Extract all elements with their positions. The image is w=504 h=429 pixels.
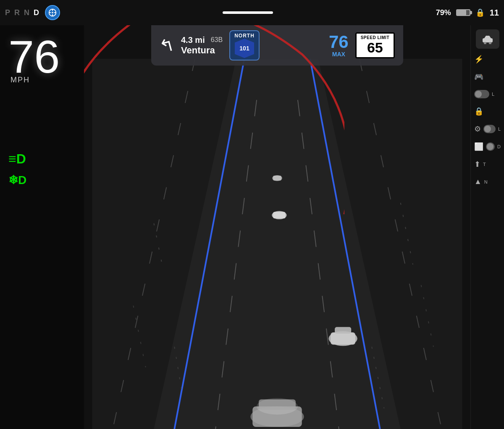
- nav-item[interactable]: ⬆ T: [471, 157, 504, 171]
- nav-info: 4.3 mi 63B Ventura: [181, 35, 223, 56]
- light-indicators: ≡D ❄D: [8, 151, 26, 187]
- speed-display: 76 MPH: [8, 34, 60, 84]
- nav-speed-display: 76 MAX: [329, 33, 349, 58]
- right-sidebar: ⚡ 🎮 L 🔒 ⚙ L ⬜ D: [470, 25, 504, 429]
- speed-limit-sign: SPEED LIMIT 65: [355, 32, 395, 58]
- road-scene: [84, 59, 470, 429]
- time-display: 11: [490, 8, 499, 18]
- headlight-indicator: ≡D: [8, 151, 26, 167]
- gear-d: D: [34, 8, 41, 17]
- toggle3-switch[interactable]: [486, 142, 495, 151]
- svg-rect-15: [273, 176, 281, 181]
- screen-icon: ⬜: [474, 142, 483, 151]
- nav-bar: ↱ 4.3 mi 63B Ventura NORTH 101 76 MAX SP…: [151, 25, 403, 66]
- main-content: 76 MPH ≡D ❄D ↱ 4.3 mi 63B Ventura NORTH …: [0, 25, 504, 429]
- lightning-item[interactable]: ⚡: [471, 52, 504, 66]
- car-view-button[interactable]: [476, 29, 499, 49]
- toggle3-label: D: [497, 144, 501, 149]
- gear-n: N: [24, 8, 31, 17]
- toggle2-knob: [484, 126, 491, 132]
- toggle3-knob: [487, 143, 494, 150]
- gear-p: P: [5, 8, 12, 17]
- center-bar: [60, 11, 436, 14]
- turn-arrow-icon: ↱: [157, 34, 176, 57]
- battery-fill: [457, 10, 467, 15]
- gear-r: R: [14, 8, 21, 17]
- svg-point-1: [52, 12, 53, 13]
- left-panel: 76 MPH ≡D ❄D: [0, 25, 84, 429]
- north-icon: ▲: [474, 177, 482, 186]
- svg-rect-31: [483, 38, 493, 42]
- steering-item[interactable]: 🎮: [471, 70, 504, 84]
- screen-item[interactable]: ⬜ D: [471, 139, 504, 154]
- lock-status-icon: 🔒: [475, 8, 485, 17]
- status-bar: P R N D 79% 🔒 11: [0, 0, 504, 25]
- lock-item[interactable]: 🔒: [471, 104, 504, 118]
- highway-direction: NORTH: [234, 33, 255, 39]
- settings-item[interactable]: ⚙ L: [471, 122, 504, 136]
- svg-rect-17: [273, 212, 285, 218]
- speed-number: 76: [8, 34, 60, 80]
- svg-rect-19: [331, 332, 355, 345]
- svg-rect-20: [335, 327, 351, 334]
- fog-light-indicator: ❄D: [8, 173, 26, 187]
- toggle1-item[interactable]: L: [471, 87, 504, 101]
- toggle1-switch[interactable]: [474, 90, 489, 98]
- toggle1-knob: [475, 91, 482, 97]
- steering-icon: 🎮: [474, 72, 483, 82]
- toggle5-label: N: [484, 179, 488, 184]
- nav-progress-bar: [223, 11, 273, 14]
- gear-sidebar-icon: ⚙: [474, 124, 481, 134]
- nav-speed-number: 76: [329, 33, 349, 51]
- highway-shield: 101: [235, 39, 254, 58]
- right-status: 79% 🔒 11: [436, 8, 499, 18]
- svg-marker-32: [484, 36, 491, 38]
- nav-speed-max-label: MAX: [332, 51, 345, 58]
- toggle1-label: L: [492, 92, 494, 97]
- toggle4-label: T: [483, 162, 486, 167]
- gear-indicator: P R N D: [5, 8, 41, 17]
- highway-number: 101: [239, 45, 249, 52]
- nav-exit: 63B: [211, 36, 223, 44]
- toggle2-label: L: [498, 126, 501, 132]
- nav-distance: 4.3 mi: [181, 35, 205, 45]
- nav-sidebar-icon: ⬆: [474, 160, 480, 169]
- lock-sidebar-icon: 🔒: [474, 107, 483, 116]
- speed-limit-number: 65: [361, 40, 389, 55]
- toggle2-switch[interactable]: [483, 125, 496, 133]
- autopilot-icon[interactable]: [45, 5, 60, 20]
- road-view: ↱ 4.3 mi 63B Ventura NORTH 101 76 MAX SP…: [84, 25, 470, 429]
- nav-street: Ventura: [181, 45, 223, 56]
- road-visualization: [84, 59, 470, 429]
- battery-percent: 79%: [436, 8, 451, 17]
- lightning-icon: ⚡: [474, 55, 483, 64]
- svg-point-24: [257, 398, 298, 415]
- battery-icon: [456, 9, 470, 16]
- north-item[interactable]: ▲ N: [471, 175, 504, 189]
- highway-badge: NORTH 101: [229, 30, 260, 61]
